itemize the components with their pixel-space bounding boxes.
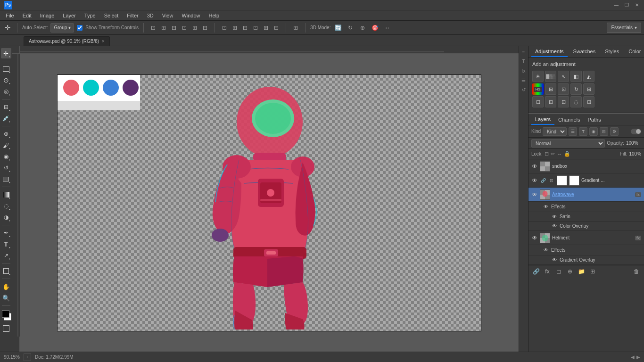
status-arrow-right[interactable]: ▶: [636, 354, 640, 360]
shape-tool[interactable]: ▸: [1, 266, 11, 276]
adj-exposure[interactable]: ◧: [570, 71, 582, 82]
layer-helment-visibility[interactable]: 👁: [531, 235, 538, 241]
quick-select-tool[interactable]: ◎ ▸: [1, 86, 11, 97]
canvas-inner[interactable]: [20, 54, 519, 352]
tab-color[interactable]: Color: [625, 47, 644, 57]
menu-help[interactable]: Help: [205, 12, 223, 19]
menu-type[interactable]: Type: [81, 12, 99, 19]
layer-sndbox[interactable]: 👁 sndbox: [528, 159, 644, 173]
satin-vis[interactable]: 👁: [551, 214, 558, 220]
menu-edit[interactable]: Edit: [19, 12, 35, 19]
new-fill-adj-button[interactable]: ⊕: [565, 267, 575, 276]
3d-slide-icon[interactable]: 🎯: [370, 23, 380, 33]
close-button[interactable]: ✕: [634, 2, 640, 8]
adj-posterize[interactable]: ⊡: [558, 96, 569, 107]
lasso-tool[interactable]: ⊙ ▸: [1, 75, 11, 85]
helment-gradient-overlay-vis[interactable]: 👁: [551, 257, 558, 263]
filter-type-icon[interactable]: T: [579, 127, 587, 136]
menu-filter[interactable]: Filter: [123, 12, 142, 19]
lock-all-icon[interactable]: 🔒: [564, 151, 570, 157]
arrange-icon[interactable]: ⊞: [291, 23, 300, 33]
layer-gradient-visibility[interactable]: 👁: [531, 177, 538, 184]
history-brush-tool[interactable]: ↺ ▸: [1, 163, 11, 173]
menu-3d[interactable]: 3D: [143, 12, 157, 19]
distrib-right-icon[interactable]: ⊟: [240, 23, 250, 33]
hand-tool[interactable]: ✋: [1, 281, 11, 292]
adj-vibrance[interactable]: ◭: [583, 71, 594, 82]
new-group-button[interactable]: 📁: [577, 267, 586, 276]
maximize-button[interactable]: ❐: [623, 2, 630, 8]
foreground-color-swatch[interactable]: [2, 310, 9, 318]
adj-curves[interactable]: ∿: [558, 71, 569, 82]
auto-select-dropdown[interactable]: Group ▾: [50, 23, 74, 33]
color-overlay-vis[interactable]: 👁: [551, 223, 558, 230]
adj-photo-filter[interactable]: ↻: [570, 83, 582, 95]
adj-levels[interactable]: ▓▒░: [545, 71, 556, 82]
filter-pixel-icon[interactable]: ☰: [569, 127, 577, 136]
distrib-center-v-icon[interactable]: ⊞: [261, 23, 271, 33]
layer-astrowave-name[interactable]: Astrowave: [552, 192, 632, 197]
layer-sndbox-visibility[interactable]: 👁: [531, 163, 538, 170]
panel-icon-type[interactable]: T: [520, 58, 528, 65]
align-bottom-icon[interactable]: ⊟: [200, 23, 210, 33]
adj-channel-mixer[interactable]: ⊞: [583, 83, 594, 95]
adj-color-balance[interactable]: ⊞: [545, 83, 556, 95]
adj-invert[interactable]: ⊞: [545, 96, 556, 107]
path-select-tool[interactable]: ↗ ▸: [1, 250, 11, 261]
panel-icon-adjustments[interactable]: ≡: [520, 48, 528, 56]
add-mask-button[interactable]: ◻: [554, 267, 563, 276]
layer-astrowave[interactable]: 👁 Astrowave fx: [528, 188, 644, 202]
lock-move-icon[interactable]: ↔: [557, 151, 562, 157]
distrib-bottom-icon[interactable]: ⊟: [272, 23, 281, 33]
align-top-icon[interactable]: ⊡: [180, 23, 189, 33]
screen-mode-btn[interactable]: [1, 323, 11, 334]
opacity-value[interactable]: 100%: [626, 140, 641, 146]
blur-tool[interactable]: ◌ ▸: [1, 201, 11, 211]
distrib-left-icon[interactable]: ⊡: [220, 23, 229, 33]
show-transform-checkbox[interactable]: [77, 25, 83, 31]
layer-gradient-chain[interactable]: 🔗: [540, 177, 546, 184]
adj-brightness[interactable]: ☀: [532, 71, 544, 82]
document-tab[interactable]: Astrowave.psd @ 90.1% (RGB/8) ×: [24, 36, 110, 46]
layer-gradient[interactable]: 👁 🔗 ⊡ Gradient ...: [528, 173, 644, 188]
adj-color-lookup[interactable]: ⊟: [532, 96, 544, 107]
marquee-tool[interactable]: ▸: [1, 64, 11, 74]
distrib-top-icon[interactable]: ⊡: [251, 23, 260, 33]
lock-paint-icon[interactable]: ✏: [551, 151, 555, 157]
align-left-icon[interactable]: ⊡: [149, 23, 158, 33]
tab-styles[interactable]: Styles: [601, 47, 623, 57]
helment-effects-vis[interactable]: 👁: [543, 247, 549, 254]
link-layers-button[interactable]: 🔗: [531, 267, 541, 276]
menu-image[interactable]: Image: [36, 12, 58, 19]
menu-window[interactable]: Window: [178, 12, 204, 19]
menu-layer[interactable]: Layer: [59, 12, 80, 19]
effects-vis[interactable]: 👁: [543, 204, 549, 210]
align-right-icon[interactable]: ⊟: [169, 23, 179, 33]
menu-view[interactable]: View: [158, 12, 177, 19]
layer-astrowave-visibility[interactable]: 👁: [531, 191, 538, 198]
gradient-tool[interactable]: ▸: [1, 189, 11, 200]
delete-layer-button[interactable]: 🗑: [632, 267, 641, 276]
layers-tab-layers[interactable]: Layers: [531, 115, 554, 125]
filter-fx-icon[interactable]: ⚙: [610, 127, 619, 136]
dodge-tool[interactable]: ◑ ▸: [1, 212, 11, 222]
eraser-tool[interactable]: ▸: [1, 174, 11, 184]
filter-shape-icon[interactable]: ◉: [589, 127, 598, 136]
crop-tool[interactable]: ⊟ ▸: [1, 102, 11, 112]
add-layer-style-button[interactable]: fx: [543, 267, 552, 276]
panel-icon-layers[interactable]: ☰: [520, 76, 528, 84]
align-center-v-icon[interactable]: ⊞: [190, 23, 199, 33]
tab-swatches[interactable]: Swatches: [570, 47, 600, 57]
tab-close-button[interactable]: ×: [102, 39, 105, 44]
lock-pixel-icon[interactable]: ⊟: [545, 151, 549, 157]
healing-tool[interactable]: ⊕ ▸: [1, 129, 11, 139]
blend-mode-dropdown[interactable]: Normal Multiply Screen Overlay: [531, 139, 605, 148]
tab-adjustments[interactable]: Adjustments: [531, 47, 568, 57]
3d-roll-icon[interactable]: ↻: [346, 23, 355, 33]
workspace-dropdown[interactable]: Essentials ▾: [607, 23, 641, 33]
filter-smartobj-icon[interactable]: ⊟: [600, 127, 608, 136]
align-center-h-icon[interactable]: ⊞: [159, 23, 168, 33]
3d-orbit-icon[interactable]: 🔄: [333, 23, 343, 33]
panel-icon-fx[interactable]: fx: [520, 67, 528, 74]
menu-select[interactable]: Select: [100, 12, 123, 19]
